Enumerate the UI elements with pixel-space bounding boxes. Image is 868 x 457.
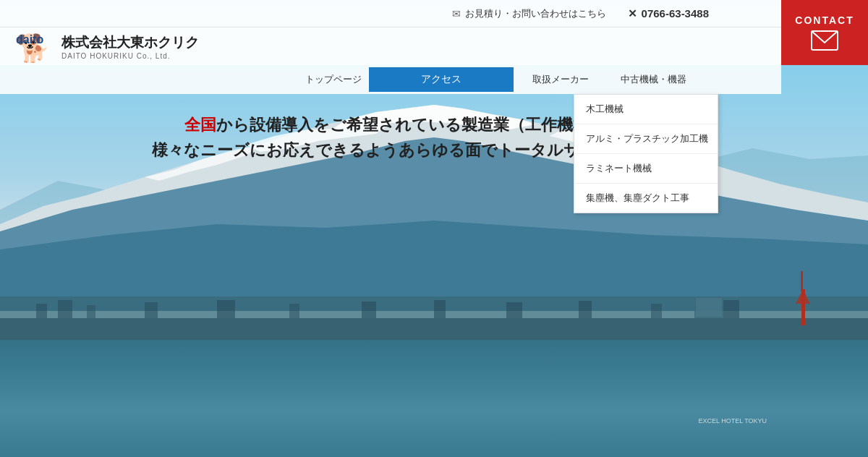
svg-rect-13 <box>87 305 95 318</box>
access-button[interactable]: アクセス <box>369 67 514 92</box>
svg-rect-26 <box>801 271 803 291</box>
nav-item-used-machines[interactable]: 中古機械・機器 <box>605 67 702 92</box>
svg-rect-12 <box>58 300 72 318</box>
contact-button[interactable]: CONTACT <box>781 0 868 65</box>
hotel-sign: EXCEL HOTEL TOKYU <box>698 417 767 424</box>
used-machines-dropdown: 木工機械 アルミ・プラスチック加工機 ラミネート機械 集塵機、集塵ダクト工事 <box>574 94 718 213</box>
hotel-sign-text: EXCEL HOTEL TOKYU <box>698 417 767 424</box>
svg-rect-22 <box>723 300 739 318</box>
hero-line2: 様々なニーズにお応えできるようあらゆる面でトータルサポ… できるよう… <box>0 137 868 163</box>
inquiry-link[interactable]: ✉ お見積り・お問い合わせはこちら <box>452 7 606 20</box>
svg-rect-15 <box>217 300 235 318</box>
svg-rect-17 <box>362 302 376 318</box>
inquiry-link-text: お見積り・お問い合わせはこちら <box>465 7 606 20</box>
svg-rect-20 <box>579 301 592 318</box>
dropdown-item-aluminum-plastic[interactable]: アルミ・プラスチック加工機 <box>574 124 718 154</box>
dropdown-item-woodworking[interactable]: 木工機械 <box>574 95 718 124</box>
hero-highlight: 全国 <box>184 116 216 134</box>
svg-rect-21 <box>651 304 662 318</box>
access-button-label: アクセス <box>421 73 461 86</box>
svg-rect-10 <box>0 318 868 340</box>
phone-number: ✕ 0766-63-3488 <box>628 7 709 20</box>
dropdown-item-dust-collector[interactable]: 集塵機、集塵ダクト工事 <box>574 184 718 213</box>
svg-rect-24 <box>696 298 722 317</box>
hero-line1: 全国から設備導入をご希望されている製造業（工作機械・木工機械… <box>0 112 868 137</box>
nav-item-top[interactable]: トップページ <box>289 67 378 92</box>
phone-number-text: 0766-63-3488 <box>642 7 709 20</box>
logo-area[interactable]: 🐕 daito 株式会社大東ホクリク DAITO HOKURIKU Co., L… <box>14 30 282 63</box>
header-top-bar: ✉ お見積り・お問い合わせはこちら ✕ 0766-63-3488 <box>0 0 868 27</box>
header: ✉ お見積り・お問い合わせはこちら ✕ 0766-63-3488 🐕 daito… <box>0 0 868 65</box>
mail-icon <box>811 30 838 51</box>
svg-text:daito: daito <box>16 33 43 46</box>
svg-rect-11 <box>36 304 47 318</box>
logo-text: 株式会社大東ホクリク DAITO HOKURIKU Co., Ltd. <box>61 33 199 60</box>
dropdown-item-laminate[interactable]: ラミネート機械 <box>574 154 718 184</box>
pencil-icon: ✉ <box>452 8 461 20</box>
company-name-jp: 株式会社大東ホクリク <box>61 33 199 52</box>
phone-icon: ✕ <box>628 7 637 20</box>
header-main-bar: 🐕 daito 株式会社大東ホクリク DAITO HOKURIKU Co., L… <box>0 27 868 65</box>
hero-text-area: 全国から設備導入をご希望されている製造業（工作機械・木工機械… 様々なニーズにお… <box>0 112 868 163</box>
company-logo-icon: 🐕 daito <box>14 30 54 63</box>
svg-rect-16 <box>289 304 299 318</box>
svg-rect-18 <box>434 300 446 318</box>
nav-items-container: トップページ 会社案内 営業品目 取扱メーカー 中古機械・機器 <box>268 67 781 92</box>
nav-item-makers[interactable]: 取扱メーカー <box>516 67 605 92</box>
svg-rect-14 <box>145 302 158 318</box>
svg-rect-19 <box>506 302 522 318</box>
company-name-en: DAITO HOKURIKU Co., Ltd. <box>61 52 199 60</box>
contact-button-label: CONTACT <box>795 14 854 26</box>
mountain-illustration <box>0 65 868 340</box>
